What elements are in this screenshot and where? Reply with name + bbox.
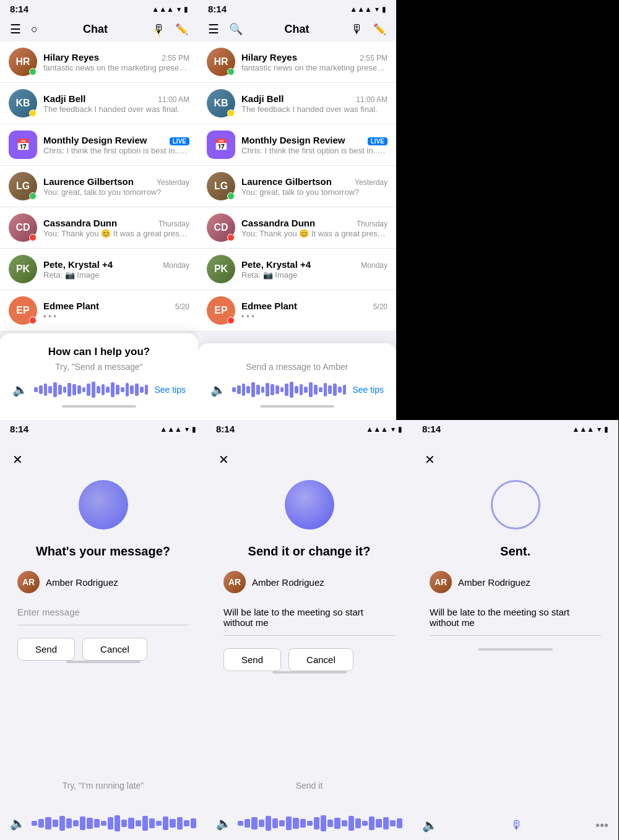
chat-item-hilary-2[interactable]: HR Hilary Reyes 2:55 PM fantastic news o… [198,41,396,83]
mic-active-5[interactable]: 🎙 [511,818,523,833]
preview-laurence: You: great, talk to you tomorrow? [43,187,189,197]
voice-question-3: What's your message? [17,544,189,559]
close-button-4[interactable]: ✕ [219,452,229,467]
chat-item-edmee[interactable]: EP Edmee Plant 5/20 • • • [0,290,198,332]
chat-item-laurence[interactable]: LG Laurence Gilbertson Yesterday You: gr… [0,166,198,207]
avatar-amber-3: AR [17,571,40,593]
signal-icon: ▲▲▲ [152,5,174,14]
signal-icon-2: ▲▲▲ [350,5,372,14]
time-edmee: 5/20 [175,302,189,311]
close-button-3[interactable]: ✕ [12,452,23,467]
chat-header-1: ☰ ○ Chat 🎙 ✏️ [0,17,198,41]
screen3-content: What's your message? AR Amber Rodriguez … [0,544,206,661]
status-bar-3: 8:14 ▲▲▲ ▾ ▮ [0,420,206,437]
sent-title: Sent. [430,544,601,559]
see-tips-1[interactable]: See tips [154,385,186,395]
voice-subtitle-2: Send a message to Amber [210,362,384,372]
phone-3: 8:14 ▲▲▲ ▾ ▮ ✕ What's your message? AR A… [0,420,206,840]
info-laurence: Laurence Gilbertson Yesterday You: great… [43,176,189,197]
time-3: 8:14 [10,424,28,434]
search-icon[interactable]: ○ [31,23,38,36]
signal-3: ▲▲▲ [160,425,182,434]
chat-item-laurence-2[interactable]: LG Laurence Gilbertson Yesterday You: gr… [198,166,396,207]
speaker-5[interactable]: 🔈 [422,818,438,833]
chat-item-kadji[interactable]: KB Kadji Bell 11:00 AM The feedback I ha… [0,83,198,124]
voice-controls-1: 🔈 See tips [12,380,186,399]
wifi-4: ▾ [391,425,395,434]
message-input-3[interactable]: Enter message [17,602,189,625]
see-tips-2[interactable]: See tips [352,385,384,395]
voice-orb-4 [285,480,334,529]
name-monthly: Monthly Design Review [43,135,147,145]
header-left-1: ☰ ○ [10,22,38,36]
bottom-bar-3: 🔈 [0,808,206,840]
recipient-name-5: Amber Rodriguez [458,577,530,588]
status-bar-4: 8:14 ▲▲▲ ▾ ▮ [206,420,412,437]
preview-monthly: Chris: I think the first option is best … [43,146,189,155]
message-display-4: Will be late to the meeting so start wit… [223,602,395,636]
info-edmee: Edmee Plant 5/20 • • • [43,301,189,321]
close-button-5[interactable]: ✕ [425,452,435,467]
waveform-3 [32,814,196,833]
voice-orb-3 [79,480,128,529]
recipient-row-3: AR Amber Rodriguez [17,571,189,602]
chat-header-2: ☰ 🔍 Chat 🎙 ✏️ [198,17,396,41]
speaker-4[interactable]: 🔈 [216,816,232,831]
battery-icon: ▮ [184,5,188,14]
name-hilary: Hilary Reyes [43,52,99,62]
menu-icon-2[interactable]: ☰ [208,22,219,36]
voice-question-4: Send it or change it? [223,544,395,559]
chat-item-kadji-2[interactable]: KB Kadji Bell 11:00 AM The feedback I ha… [198,83,396,124]
chat-item-pete[interactable]: PK Pete, Krystal +4 Monday Reta: 📷 Image [0,249,198,290]
battery-4: ▮ [398,425,402,434]
speaker-icon-2[interactable]: 🔈 [210,382,226,397]
action-buttons-3: Send Cancel [17,638,189,661]
speaker-3[interactable]: 🔈 [10,816,25,831]
chat-list-2: HR Hilary Reyes 2:55 PM fantastic news o… [198,41,396,332]
preview-edmee: • • • [43,312,189,321]
info-pete: Pete, Krystal +4 Monday Reta: 📷 Image [43,259,189,280]
phone-5: 8:14 ▲▲▲ ▾ ▮ ✕ Sent. AR Amber Rodriguez … [412,420,618,840]
name-pete: Pete, Krystal +4 [43,259,113,270]
chat-item-monthly[interactable]: 📅 Monthly Design Review LIVE Chris: I th… [0,124,198,166]
recipient-name-3: Amber Rodriguez [46,577,118,588]
send-button-4[interactable]: Send [223,648,281,671]
cancel-button-4[interactable]: Cancel [288,648,353,671]
phone-4: 8:14 ▲▲▲ ▾ ▮ ✕ Send it or change it? AR … [206,420,412,840]
status-bar-2: 8:14 ▲▲▲ ▾ ▮ [198,0,396,17]
compose-icon-1[interactable]: ✏️ [175,23,188,36]
avatar-pete: PK [9,255,37,283]
wifi-icon-2: ▾ [375,5,379,14]
send-button-3[interactable]: Send [17,638,75,661]
chat-item-cassandra[interactable]: CD Cassandra Dunn Thursday You: Thank yo… [0,207,198,249]
status-icons-1: ▲▲▲ ▾ ▮ [152,5,188,14]
wifi-icon: ▾ [177,5,181,14]
name-laurence: Laurence Gilbertson [43,176,134,187]
avatar-monthly: 📅 [9,131,37,159]
voice-controls-2: 🔈 See tips [210,380,384,399]
preview-kadji: The feedback I handed over was final. [43,105,189,114]
time-pete: Monday [163,261,189,270]
chat-item-pete-2[interactable]: PK Pete, Krystal +4 Monday Reta: 📷 Image [198,249,396,290]
battery-5: ▮ [604,425,608,434]
voice-sheet-1: How can I help you? Try, "Send a message… [0,333,198,420]
status-icons-5: ▲▲▲ ▾ ▮ [572,425,608,434]
search-icon-2[interactable]: 🔍 [229,22,243,36]
phone-1: 8:14 ▲▲▲ ▾ ▮ ☰ ○ Chat 🎙 ✏️ ↑ [0,0,198,420]
chat-item-edmee-2[interactable]: EP Edmee Plant 5/20 • • • [198,290,396,332]
bottom-bar-4: 🔈 [206,808,412,840]
home-indicator-4 [272,671,347,674]
speaker-icon-1[interactable]: 🔈 [12,382,28,397]
name-cassandra: Cassandra Dunn [43,218,117,228]
chat-item-monthly-2[interactable]: 📅 Monthly Design Review LIVE Chris: I th… [198,124,396,166]
compose-icon-2[interactable]: ✏️ [373,23,386,36]
mic-icon-2[interactable]: 🎙 [351,22,363,36]
chat-item-hilary[interactable]: HR Hilary Reyes 2:55 PM fantastic news o… [0,41,198,83]
time-hilary: 2:55 PM [162,54,189,62]
info-kadji: Kadji Bell 11:00 AM The feedback I hande… [43,93,189,114]
screen4-content: Send it or change it? AR Amber Rodriguez… [206,544,412,671]
cancel-button-3[interactable]: Cancel [82,638,147,661]
menu-icon[interactable]: ☰ [10,22,21,36]
dots-icon-5[interactable]: ••• [595,818,608,833]
chat-item-cassandra-2[interactable]: CD Cassandra Dunn Thursday You: Thank yo… [198,207,396,249]
